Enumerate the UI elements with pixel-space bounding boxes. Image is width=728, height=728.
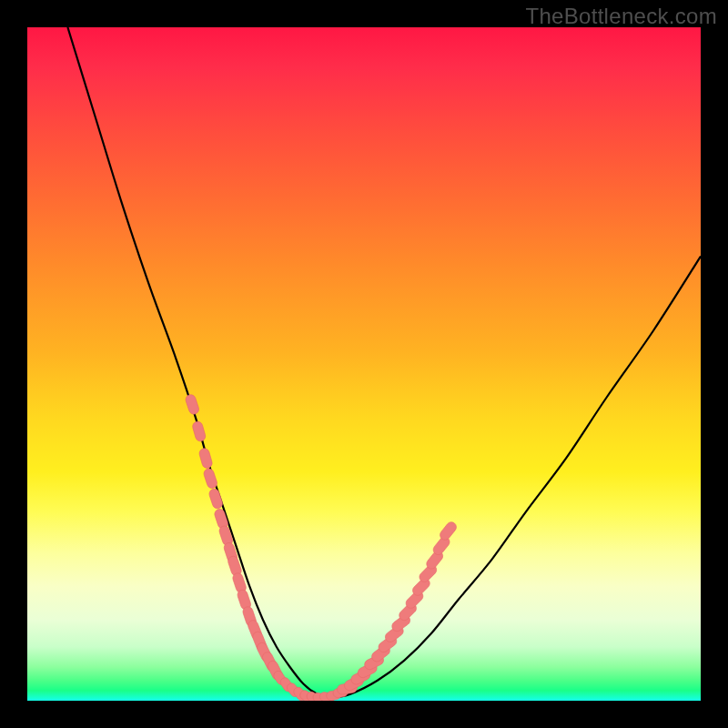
curve-marker bbox=[185, 393, 200, 415]
curve-marker bbox=[198, 448, 214, 470]
curve-marker bbox=[191, 420, 207, 442]
bottleneck-curve-line bbox=[67, 27, 701, 697]
curve-markers-right bbox=[337, 520, 459, 694]
watermark-text: TheBottleneck.com bbox=[525, 4, 717, 29]
plot-area bbox=[27, 27, 701, 701]
curve-marker bbox=[203, 468, 218, 490]
bottleneck-curve-svg bbox=[27, 27, 701, 701]
chart-frame: TheBottleneck.com bbox=[0, 0, 728, 728]
curve-markers-bottom bbox=[272, 669, 349, 701]
curve-marker bbox=[208, 488, 224, 510]
